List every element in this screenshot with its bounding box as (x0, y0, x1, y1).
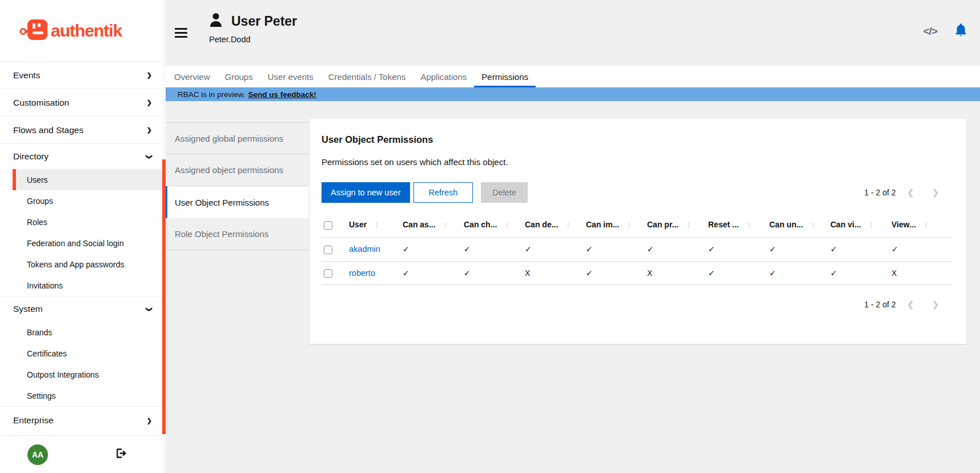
column-header-can-im[interactable]: Can im...↕ (586, 215, 647, 237)
tab-overview[interactable]: Overview (167, 66, 218, 87)
sidebar-item-flows-and-stages[interactable]: Flows and Stages ❯ (0, 117, 162, 144)
column-header-can-pr[interactable]: Can pr...↕ (647, 215, 708, 237)
prev-page-icon[interactable]: ❮ (907, 188, 914, 197)
next-page-icon[interactable]: ❯ (932, 300, 939, 309)
sort-icon: ↕ (444, 220, 448, 229)
user-icon (209, 13, 223, 30)
sidebar-footer: AA (0, 435, 162, 473)
page-title: User Peter (231, 14, 297, 29)
permission-cell: X (525, 261, 586, 285)
subnav-user-object-permissions[interactable]: User Object Permissions (166, 186, 308, 218)
permission-cell: ✓ (403, 261, 464, 285)
tab-credentials-tokens[interactable]: Credentials / Tokens (321, 66, 413, 87)
topbar-actions: </> (923, 23, 967, 39)
permission-cell: ✓ (769, 261, 830, 285)
feedback-link[interactable]: Send us feedback! (248, 90, 316, 99)
toolbar: Assign to new user Refresh Delete 1 - 2 … (322, 182, 953, 203)
page-subtitle: Peter.Dodd (209, 35, 297, 44)
bell-icon[interactable] (954, 23, 967, 39)
content-area: Assigned global permissions Assigned obj… (166, 101, 980, 473)
banner-text: RBAC is in preview. (178, 90, 246, 99)
column-header-user[interactable]: User↕ (349, 215, 403, 237)
card-title: User Object Permissions (322, 134, 953, 145)
sidebar-item-invitations[interactable]: Invitations (0, 275, 162, 296)
permission-cell: ✓ (891, 237, 953, 261)
chevron-down-icon: ❯ (146, 154, 153, 159)
sort-icon: ↕ (869, 220, 873, 229)
sidebar-item-outpost-integrations[interactable]: Outpost Integrations (0, 364, 162, 385)
sidebar-item-settings[interactable]: Settings (0, 385, 162, 406)
sort-icon: ↕ (686, 220, 690, 229)
refresh-button[interactable]: Refresh (413, 182, 473, 203)
user-link-roberto[interactable]: roberto (349, 268, 375, 278)
column-header-can-de[interactable]: Can de...↕ (525, 215, 586, 237)
sidebar-item-brands[interactable]: Brands (0, 322, 162, 343)
table-row: roberto ✓ ✓ X ✓ X ✓ ✓ ✓ X (322, 261, 953, 285)
sidebar-nav: Events ❯ Customisation ❯ Flows and Stage… (0, 62, 162, 435)
tab-groups[interactable]: Groups (218, 66, 260, 87)
sidebar-item-directory[interactable]: Directory ❯ (0, 144, 162, 169)
subnav-assigned-global-permissions[interactable]: Assigned global permissions (166, 122, 308, 154)
pagination-label: 1 - 2 of 2 (864, 300, 895, 309)
permission-cell: ✓ (708, 261, 769, 285)
column-header-reset[interactable]: Reset ...↕ (708, 215, 769, 237)
avatar[interactable]: AA (27, 444, 48, 465)
column-header-can-un[interactable]: Can un...↕ (769, 215, 830, 237)
column-header-can-as[interactable]: Can as...↕ (403, 215, 464, 237)
select-row-checkbox[interactable] (324, 269, 332, 278)
subnav-role-object-permissions[interactable]: Role Object Permissions (166, 218, 308, 250)
permission-cell: ✓ (830, 237, 891, 261)
select-all-checkbox[interactable] (324, 221, 332, 230)
delete-button[interactable]: Delete (481, 182, 528, 203)
select-row-checkbox[interactable] (324, 246, 332, 254)
sort-icon: ↕ (627, 220, 631, 229)
page-tabs: Overview Groups User events Credentials … (166, 66, 980, 87)
tab-user-events[interactable]: User events (260, 66, 321, 87)
permission-cell: ✓ (464, 237, 525, 261)
permission-cell: ✓ (525, 237, 586, 261)
sign-out-icon[interactable] (115, 447, 127, 462)
sidebar-item-customisation[interactable]: Customisation ❯ (0, 89, 162, 117)
sidebar-item-federation[interactable]: Federation and Social login (0, 233, 162, 254)
user-link-akadmin[interactable]: akadmin (349, 244, 380, 254)
permission-cell: ✓ (586, 237, 647, 261)
sort-icon: ↕ (811, 220, 815, 229)
sidebar-item-certificates[interactable]: Certificates (0, 343, 162, 364)
permission-cell: X (647, 261, 708, 285)
sidebar-item-events[interactable]: Events ❯ (0, 62, 162, 89)
table-header-row: User↕ Can as...↕ Can ch...↕ Can de...↕ C… (322, 215, 953, 237)
main-area: User Peter Peter.Dodd </> Overview Group… (166, 0, 980, 473)
permission-cell: ✓ (830, 261, 891, 285)
sort-icon: ↕ (924, 220, 928, 229)
permissions-subnav: Assigned global permissions Assigned obj… (166, 122, 308, 250)
chevron-right-icon: ❯ (147, 126, 152, 134)
sidebar-item-tokens[interactable]: Tokens and App passwords (0, 254, 162, 275)
subnav-assigned-object-permissions[interactable]: Assigned object permissions (166, 154, 308, 186)
prev-page-icon[interactable]: ❮ (907, 300, 914, 309)
column-header-can-ch[interactable]: Can ch...↕ (464, 215, 525, 237)
api-code-icon[interactable]: </> (923, 25, 937, 38)
permission-cell: ✓ (647, 237, 708, 261)
menu-icon[interactable] (175, 28, 187, 40)
permission-cell: ✓ (464, 261, 525, 285)
sidebar-item-enterprise[interactable]: Enterprise ❯ (0, 407, 162, 434)
next-page-icon[interactable]: ❯ (932, 188, 939, 197)
column-header-can-vi[interactable]: Can vi...↕ (830, 215, 891, 237)
card-description: Permissions set on users which affect th… (322, 157, 953, 167)
sidebar: authentik Events ❯ Customisation ❯ Flows… (0, 0, 162, 473)
pagination-bottom: 1 - 2 of 2 ❮ ❯ (322, 300, 939, 309)
rbac-preview-banner: RBAC is in preview. Send us feedback! (166, 87, 980, 101)
page-header: User Peter Peter.Dodd (209, 13, 297, 44)
sidebar-item-groups[interactable]: Groups (0, 190, 162, 211)
tab-applications[interactable]: Applications (413, 66, 474, 87)
sidebar-item-users[interactable]: Users (13, 169, 162, 190)
chevron-right-icon: ❯ (147, 71, 152, 79)
column-header-view[interactable]: View...↕ (891, 215, 953, 237)
pagination-top: 1 - 2 of 2 ❮ ❯ (864, 188, 939, 197)
sidebar-item-roles[interactable]: Roles (0, 211, 162, 233)
tab-permissions[interactable]: Permissions (474, 66, 536, 87)
table-row: akadmin ✓ ✓ ✓ ✓ ✓ ✓ ✓ ✓ ✓ (322, 237, 953, 261)
brand-logo[interactable]: authentik (0, 0, 162, 62)
sidebar-item-system[interactable]: System ❯ (0, 296, 162, 322)
assign-to-new-user-button[interactable]: Assign to new user (322, 182, 410, 203)
